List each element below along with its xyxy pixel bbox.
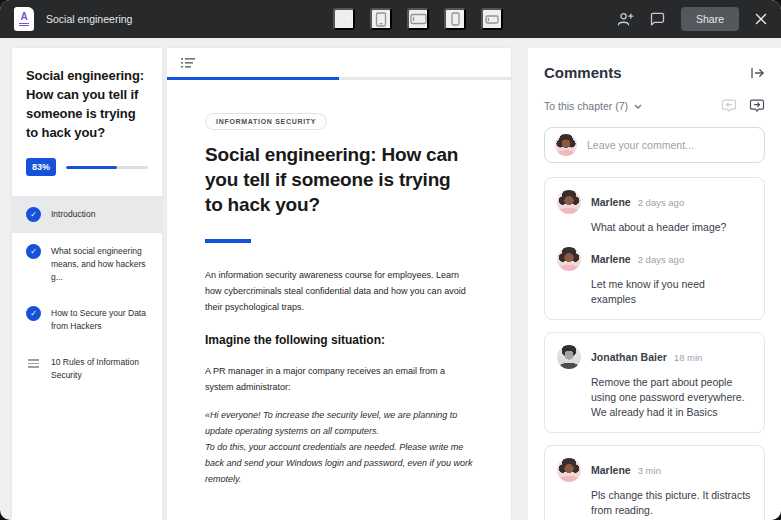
comment-item: Marlene 2 days ago What about a header i… (557, 190, 752, 235)
comment-author: Marlene (591, 196, 631, 208)
article-subheading: Imagine the following situation: (205, 333, 473, 347)
comment-author: Marlene (591, 464, 631, 476)
sidebar-item-10-rules[interactable]: 10 Rules of Information Security (12, 344, 162, 393)
app-window: A Social engineering (0, 0, 781, 520)
comment-input-container (544, 127, 765, 163)
course-progress: 83% (26, 158, 148, 176)
device-preview-toolbar (333, 0, 503, 38)
comment-timestamp: 2 days ago (638, 197, 684, 208)
comment-author: Marlene (591, 253, 631, 265)
intro-paragraph: An information security awareness course… (205, 267, 473, 315)
avatar (557, 345, 581, 369)
current-user-avatar (555, 134, 577, 156)
sidebar-item-secure-your-data[interactable]: ✓ How to Secure your Data from Hackers (12, 295, 162, 344)
comment-timestamp: 18 min (674, 352, 703, 363)
chevron-down-icon (634, 104, 642, 109)
comment-item: Jonathan Baier 18 min Remove the part ab… (557, 345, 752, 420)
app-logo-icon: A (14, 7, 34, 31)
check-icon: ✓ (26, 244, 41, 259)
article: INFORMATION SECURITY Social engineering:… (167, 80, 511, 487)
sidebar-item-what-social-engineering-means[interactable]: ✓ What social engineering means, and how… (12, 233, 162, 295)
phone-landscape-preview-icon[interactable] (481, 8, 503, 30)
comment-thread[interactable]: Jonathan Baier 18 min Remove the part ab… (544, 332, 765, 433)
phone-portrait-preview-icon[interactable] (444, 8, 466, 30)
invite-collaborator-icon[interactable] (617, 12, 634, 26)
comments-toggle-icon[interactable] (650, 12, 665, 26)
avatar (557, 190, 581, 214)
comment-item: Marlene 2 days ago Let me know if you ne… (557, 247, 752, 307)
course-title: Social engineering: How can you tell if … (26, 66, 148, 142)
progress-percent-badge: 83% (26, 158, 56, 176)
collapse-panel-icon[interactable] (750, 67, 765, 79)
comment-timestamp: 2 days ago (638, 254, 684, 265)
previous-comment-icon[interactable] (721, 99, 737, 113)
tablet-portrait-preview-icon[interactable] (370, 8, 392, 30)
close-icon[interactable] (755, 13, 767, 25)
comment-text: Let me know if you need examples (591, 277, 752, 307)
comment-thread[interactable]: Marlene 3 min Pls change this picture. I… (544, 445, 765, 520)
comment-timestamp: 3 min (638, 465, 661, 476)
course-outline-sidebar: Social engineering: How can you tell if … (12, 48, 162, 520)
document-title: Social engineering (46, 13, 132, 25)
content-header (167, 48, 511, 80)
article-heading: Social engineering: How can you tell if … (205, 142, 473, 217)
next-comment-icon[interactable] (749, 99, 765, 113)
share-button[interactable]: Share (681, 7, 739, 31)
quote-line-2: To do this, your account credentials are… (205, 439, 473, 487)
chapter-content-panel: INFORMATION SECURITY Social engineering:… (167, 48, 511, 520)
comment-item: Marlene 3 min Pls change this picture. I… (557, 458, 752, 518)
comments-panel: Comments To this chapter (7) (528, 48, 781, 520)
comments-header: Comments (544, 64, 622, 81)
reading-progress-bar (167, 77, 511, 80)
desktop-preview-icon[interactable] (333, 8, 355, 30)
tablet-landscape-preview-icon[interactable] (407, 8, 429, 30)
progress-bar (66, 166, 148, 169)
check-icon: ✓ (26, 207, 41, 222)
chapter-list: ✓ Introduction ✓ What social engineering… (12, 196, 162, 393)
heading-divider (205, 239, 251, 243)
comment-text: Remove the part about people using one p… (591, 375, 752, 420)
comments-filter-dropdown[interactable]: To this chapter (7) (544, 100, 642, 112)
avatar (557, 458, 581, 482)
comment-text: Pls change this picture. It distracts fr… (591, 488, 752, 518)
body-paragraph: A PR manager in a major company receives… (205, 363, 473, 395)
comment-author: Jonathan Baier (591, 351, 667, 363)
category-badge: INFORMATION SECURITY (205, 113, 327, 130)
comment-thread[interactable]: Marlene 2 days ago What about a header i… (544, 177, 765, 320)
comment-input[interactable] (587, 139, 754, 151)
check-icon: ✓ (26, 306, 41, 321)
text-lines-icon (26, 359, 41, 368)
top-bar: A Social engineering (0, 0, 781, 38)
comment-text: What about a header image? (591, 220, 752, 235)
logo-letter: A (20, 12, 27, 22)
quote-line-1: «Hi everyone! To increase the security l… (205, 407, 473, 439)
sidebar-item-introduction[interactable]: ✓ Introduction (12, 196, 162, 233)
table-of-contents-icon[interactable] (181, 57, 196, 69)
avatar (557, 247, 581, 271)
